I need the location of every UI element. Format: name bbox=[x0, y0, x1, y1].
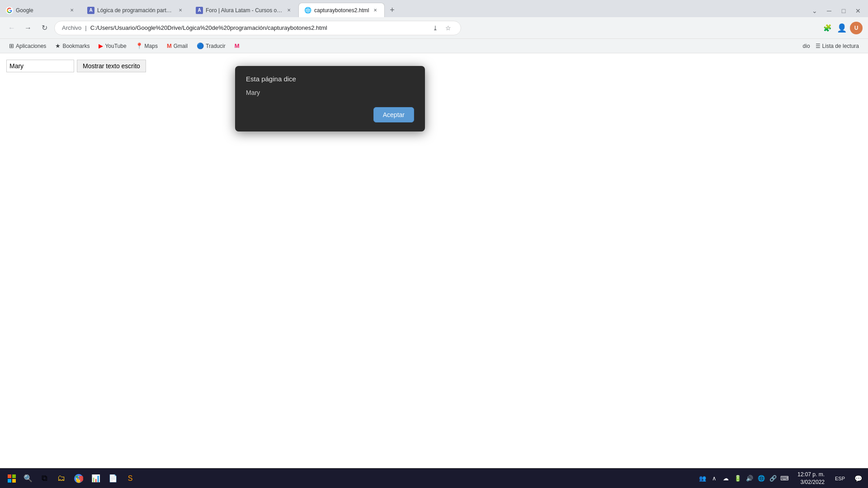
system-tray-icons: 👥 ∧ ☁ 🔋 🔊 🌐 🔗 ⌨ bbox=[697, 473, 790, 484]
tab-google[interactable]: Google ✕ bbox=[0, 3, 81, 17]
taskbar-excel-icon[interactable]: 📊 bbox=[88, 470, 104, 487]
network-people-icon[interactable]: 👥 bbox=[697, 473, 708, 484]
bookmark-traducir-label: Traducir bbox=[206, 43, 226, 49]
alert-title: Esta página dice bbox=[246, 75, 414, 83]
bookmark-gmail[interactable]: M Gmail bbox=[163, 41, 191, 51]
taskbar-sublime-icon[interactable]: S bbox=[122, 470, 138, 487]
svg-rect-2 bbox=[8, 479, 11, 483]
bookmark-star-icon[interactable]: ☆ bbox=[443, 23, 453, 33]
start-button[interactable] bbox=[4, 470, 20, 487]
taskbar-explorer-icon[interactable]: 🗂 bbox=[53, 470, 70, 487]
reload-button[interactable]: ↻ bbox=[38, 22, 51, 34]
close-window-button[interactable]: ✕ bbox=[852, 5, 864, 17]
tab-logica-close[interactable]: ✕ bbox=[177, 7, 184, 14]
network-icon[interactable]: 🌐 bbox=[756, 473, 767, 484]
taskbar-chrome-icon[interactable] bbox=[71, 470, 87, 487]
link-icon[interactable]: 🔗 bbox=[768, 473, 778, 484]
taskbar-taskview-button[interactable]: ⧉ bbox=[36, 470, 52, 487]
svg-rect-0 bbox=[8, 474, 11, 478]
address-path: C:/Users/Usuario/Google%20Drive/Lógica%2… bbox=[90, 24, 327, 31]
reading-list-icon: ☰ bbox=[816, 43, 821, 49]
tab-google-title: Google bbox=[16, 7, 66, 14]
tab-logica-title: Lógica de programación parte 2... bbox=[97, 7, 174, 14]
address-sep: | bbox=[85, 24, 86, 31]
bookmark-m[interactable]: M bbox=[231, 41, 243, 51]
profile-icon[interactable]: 👤 bbox=[835, 22, 848, 34]
minimize-button[interactable]: ─ bbox=[823, 5, 835, 17]
tab-foro-title: Foro | Alura Latam - Cursos onli... bbox=[206, 7, 283, 14]
bookmark-maps[interactable]: 📍 Maps bbox=[132, 41, 161, 51]
volume-icon[interactable]: 🔊 bbox=[744, 473, 755, 484]
address-scheme: Archivo bbox=[62, 24, 81, 31]
taskbar-search-button[interactable]: 🔍 bbox=[21, 471, 35, 486]
bookmark-bookmarks-label: Bookmarks bbox=[62, 43, 90, 49]
bookmark-youtube[interactable]: ▶ YouTube bbox=[95, 41, 130, 51]
user-avatar[interactable]: U bbox=[850, 22, 863, 34]
bookmark-bookmarks[interactable]: ★ Bookmarks bbox=[52, 41, 93, 51]
bookmark-aplicaciones-label: Aplicaciones bbox=[16, 43, 46, 49]
taskbar-right: 👥 ∧ ☁ 🔋 🔊 🌐 🔗 ⌨ 12:07 p. m. 3/02/2022 ES… bbox=[697, 471, 864, 486]
onedrive-icon[interactable]: ☁ bbox=[721, 473, 731, 484]
address-bar-icons: ⤓ ☆ bbox=[430, 23, 453, 33]
address-bar: ← → ↻ Archivo | C:/Users/Usuario/Google%… bbox=[0, 17, 868, 39]
clock-time: 12:07 p. m. bbox=[797, 471, 825, 479]
gmail-icon: M bbox=[167, 42, 172, 49]
alert-accept-button[interactable]: Aceptar bbox=[373, 107, 414, 122]
battery-icon[interactable]: 🔋 bbox=[732, 473, 743, 484]
save-to-reading-list-icon[interactable]: ⤓ bbox=[430, 23, 441, 33]
forward-button[interactable]: → bbox=[22, 22, 34, 34]
notification-button[interactable]: 💬 bbox=[852, 472, 864, 485]
bookmark-youtube-label: YouTube bbox=[105, 43, 126, 49]
foro-favicon: A bbox=[196, 7, 203, 14]
bookmark-maps-label: Maps bbox=[145, 43, 158, 49]
svg-rect-1 bbox=[12, 474, 16, 478]
system-clock[interactable]: 12:07 p. m. 3/02/2022 bbox=[794, 471, 828, 486]
alert-buttons: Aceptar bbox=[246, 107, 414, 122]
reading-list-label: Lista de lectura bbox=[822, 43, 859, 49]
logica-favicon: A bbox=[87, 7, 94, 14]
taskbar: 🔍 ⧉ 🗂 📊 📄 S 👥 ∧ ☁ 🔋 🔊 🌐 bbox=[0, 468, 868, 488]
tab-captura-close[interactable]: ✕ bbox=[372, 7, 379, 14]
tab-bar: Google ✕ A Lógica de programación parte … bbox=[0, 0, 868, 17]
bookmark-traducir[interactable]: 🔵 Traducir bbox=[193, 41, 229, 51]
captura-favicon: 🌐 bbox=[304, 7, 311, 14]
tab-list-button[interactable]: ⌄ bbox=[808, 5, 821, 17]
back-button[interactable]: ← bbox=[5, 22, 18, 34]
maximize-button[interactable]: □ bbox=[837, 5, 850, 17]
reading-list-button[interactable]: ☰ Lista de lectura bbox=[812, 41, 863, 51]
tab-foro-close[interactable]: ✕ bbox=[285, 7, 292, 14]
bookmark-end-label: dio bbox=[803, 43, 810, 49]
youtube-icon: ▶ bbox=[99, 42, 103, 49]
tab-foro[interactable]: A Foro | Alura Latam - Cursos onli... ✕ bbox=[190, 3, 298, 17]
tab-captura[interactable]: 🌐 capturaybotones2.html ✕ bbox=[298, 3, 385, 17]
bookmark-aplicaciones[interactable]: ⊞ Aplicaciones bbox=[5, 41, 50, 51]
svg-rect-3 bbox=[12, 479, 16, 483]
taskbar-word-icon[interactable]: 📄 bbox=[105, 470, 121, 487]
tab-captura-title: capturaybotones2.html bbox=[314, 7, 369, 14]
star-icon: ★ bbox=[55, 42, 61, 49]
language-indicator[interactable]: ESP bbox=[832, 473, 848, 484]
up-arrow-icon[interactable]: ∧ bbox=[709, 473, 720, 484]
extensions-button[interactable]: 🧩 bbox=[821, 22, 834, 34]
apps-icon: ⊞ bbox=[9, 42, 14, 49]
tab-google-close[interactable]: ✕ bbox=[68, 7, 75, 14]
alert-message: Mary bbox=[246, 89, 414, 96]
new-tab-button[interactable]: + bbox=[385, 3, 399, 17]
maps-icon: 📍 bbox=[136, 42, 143, 49]
bookmark-gmail-label: Gmail bbox=[174, 43, 188, 49]
alert-overlay: Esta página dice Mary Aceptar bbox=[0, 53, 868, 468]
bookmarks-bar: ⊞ Aplicaciones ★ Bookmarks ▶ YouTube 📍 M… bbox=[0, 39, 868, 53]
toolbar-right: 🧩 👤 U bbox=[821, 22, 863, 34]
address-input-container[interactable]: Archivo | C:/Users/Usuario/Google%20Driv… bbox=[54, 21, 461, 35]
tab-bar-controls: ⌄ ─ □ ✕ bbox=[399, 5, 868, 17]
traducir-icon: 🔵 bbox=[197, 42, 204, 49]
page-content: Mostrar texto escrito Esta página dice M… bbox=[0, 53, 868, 468]
m-icon: M bbox=[235, 42, 240, 49]
keyboard-icon[interactable]: ⌨ bbox=[779, 473, 790, 484]
clock-date: 3/02/2022 bbox=[797, 479, 825, 486]
google-favicon bbox=[6, 7, 13, 14]
alert-dialog: Esta página dice Mary Aceptar bbox=[235, 66, 425, 131]
bookmark-end-section: dio ☰ Lista de lectura bbox=[803, 41, 863, 51]
tab-logica[interactable]: A Lógica de programación parte 2... ✕ bbox=[81, 3, 190, 17]
